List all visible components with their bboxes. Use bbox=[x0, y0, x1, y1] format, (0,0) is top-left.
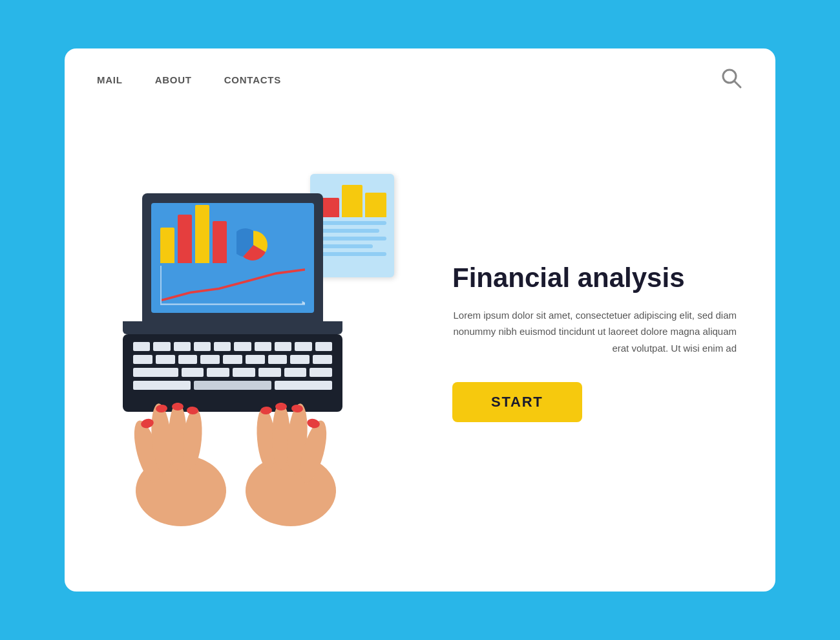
screen-line-chart bbox=[160, 266, 305, 305]
doc-line-2 bbox=[318, 229, 379, 233]
doc-line-4 bbox=[318, 244, 373, 248]
laptop-base bbox=[123, 321, 342, 334]
screen-bar-1 bbox=[160, 228, 174, 263]
doc-bar-2 bbox=[342, 185, 363, 217]
start-button[interactable]: START bbox=[452, 382, 582, 422]
svg-marker-3 bbox=[302, 301, 305, 304]
doc-bar-3 bbox=[365, 193, 386, 217]
laptop-screen bbox=[142, 193, 323, 323]
svg-line-1 bbox=[734, 81, 740, 87]
nav-contacts[interactable]: CONTACTS bbox=[224, 74, 281, 85]
main-card: MAIL ABOUT CONTACTS bbox=[65, 48, 775, 592]
main-content: Financial analysis Lorem ipsum dolor sit… bbox=[65, 92, 775, 592]
screen-pie-chart bbox=[236, 228, 270, 262]
doc-bar-chart bbox=[318, 182, 386, 217]
screen-content bbox=[151, 203, 314, 313]
hands-illustration bbox=[103, 374, 362, 529]
svg-point-15 bbox=[272, 403, 290, 470]
nav-about[interactable]: ABOUT bbox=[155, 74, 192, 85]
screen-bar-3 bbox=[195, 205, 209, 263]
navbar: MAIL ABOUT CONTACTS bbox=[65, 48, 775, 92]
svg-point-19 bbox=[275, 403, 287, 411]
doc-line-3 bbox=[318, 237, 386, 240]
screen-bar-2 bbox=[178, 215, 192, 263]
right-content: Financial analysis Lorem ipsum dolor sit… bbox=[414, 262, 737, 423]
nav-mail[interactable]: MAIL bbox=[97, 74, 123, 85]
page-title: Financial analysis bbox=[452, 262, 737, 294]
search-icon[interactable] bbox=[720, 67, 743, 92]
illustration bbox=[103, 155, 414, 529]
description-text: Lorem ipsum dolor sit amet, consectetuer… bbox=[452, 307, 737, 357]
svg-point-11 bbox=[172, 403, 184, 411]
doc-line-1 bbox=[318, 221, 386, 225]
doc-line-5 bbox=[318, 252, 386, 256]
screen-bar-4 bbox=[213, 221, 227, 263]
